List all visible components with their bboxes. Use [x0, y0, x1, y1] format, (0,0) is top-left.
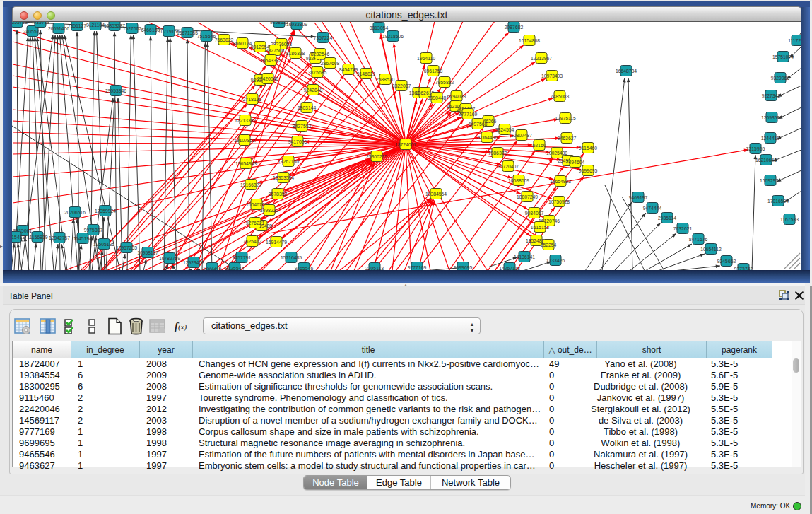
svg-text:16648784: 16648784 — [616, 69, 637, 74]
svg-text:9227342: 9227342 — [762, 93, 781, 98]
svg-text:7663822: 7663822 — [215, 37, 234, 42]
svg-text:19107852: 19107852 — [234, 138, 255, 143]
svg-text:7494604: 7494604 — [566, 160, 585, 165]
svg-text:7625402: 7625402 — [243, 239, 262, 244]
svg-text:8322037: 8322037 — [392, 83, 411, 88]
svg-text:7955812: 7955812 — [435, 80, 454, 85]
svg-text:3498222: 3498222 — [260, 208, 279, 213]
svg-text:1145194: 1145194 — [73, 236, 92, 241]
svg-text:7351127: 7351127 — [68, 23, 86, 28]
svg-text:8678352: 8678352 — [269, 192, 288, 197]
svg-text:13267130: 13267130 — [278, 159, 299, 164]
svg-text:20206516: 20206516 — [64, 210, 86, 215]
svg-text:1615152: 1615152 — [531, 225, 550, 230]
svg-text:9457791: 9457791 — [233, 255, 252, 260]
svg-text:9463627: 9463627 — [558, 136, 577, 141]
svg-text:7632621: 7632621 — [673, 226, 693, 231]
svg-text:10853287: 10853287 — [104, 23, 125, 28]
svg-text:6794028: 6794028 — [447, 94, 466, 99]
svg-text:10025438: 10025438 — [546, 151, 567, 156]
svg-text:10756928: 10756928 — [548, 199, 570, 204]
svg-text:10654112: 10654112 — [700, 247, 722, 252]
svg-text:9242848: 9242848 — [304, 88, 323, 93]
svg-text:19654923: 19654923 — [550, 179, 571, 184]
svg-text:7515546: 7515546 — [197, 34, 216, 39]
svg-text:9417006: 9417006 — [288, 139, 307, 144]
svg-text:12093582: 12093582 — [761, 115, 782, 120]
svg-text:14267118: 14267118 — [499, 266, 520, 271]
svg-text:8454749: 8454749 — [339, 67, 358, 72]
svg-text:25300215: 25300215 — [366, 154, 387, 159]
svg-text:7485083: 7485083 — [551, 94, 570, 99]
svg-text:16782759: 16782759 — [159, 256, 180, 261]
svg-text:12942757: 12942757 — [49, 235, 70, 240]
svg-text:11156819: 11156819 — [27, 235, 47, 240]
svg-text:16914479: 16914479 — [266, 240, 287, 245]
svg-text:9146821: 9146821 — [357, 71, 376, 76]
svg-text:3824554: 3824554 — [495, 127, 514, 132]
svg-text:8427552: 8427552 — [293, 124, 312, 129]
svg-text:7357224: 7357224 — [314, 35, 333, 40]
svg-text:15716485: 15716485 — [281, 255, 302, 260]
svg-text:9276221: 9276221 — [246, 221, 265, 226]
svg-text:10688609: 10688609 — [508, 178, 529, 183]
svg-text:9465546: 9465546 — [295, 266, 314, 271]
svg-text:2718126: 2718126 — [243, 97, 262, 102]
svg-text:9777169: 9777169 — [459, 112, 478, 117]
svg-text:9327508: 9327508 — [266, 48, 285, 53]
svg-text:1117233: 1117233 — [788, 38, 801, 43]
svg-text:22420046: 22420046 — [257, 76, 278, 81]
svg-text:16355713: 16355713 — [12, 22, 28, 25]
svg-text:1733426: 1733426 — [546, 258, 565, 263]
svg-text:2588520: 2588520 — [376, 77, 395, 82]
svg-text:1244419: 1244419 — [761, 136, 780, 141]
svg-text:9084067: 9084067 — [525, 211, 544, 216]
svg-text:62160: 62160 — [533, 143, 546, 148]
svg-text:2867608: 2867608 — [321, 61, 340, 66]
svg-text:9121104: 9121104 — [86, 23, 105, 28]
svg-text:9474444: 9474444 — [643, 206, 662, 211]
svg-text:12923468: 12923468 — [183, 260, 204, 265]
svg-text:9115460: 9115460 — [579, 146, 597, 151]
svg-text:20364436: 20364436 — [476, 135, 498, 140]
svg-text:1527602: 1527602 — [123, 26, 142, 31]
svg-text:15692971: 15692971 — [760, 178, 781, 183]
svg-text:9777169: 9777169 — [408, 265, 427, 270]
svg-text:6466160: 6466160 — [141, 28, 160, 33]
svg-text:3215955: 3215955 — [746, 146, 765, 151]
svg-text:252254: 252254 — [541, 243, 557, 247]
svg-text:19384554: 19384554 — [425, 192, 447, 197]
svg-text:17359924: 17359924 — [95, 209, 116, 214]
svg-text:9373742: 9373742 — [734, 267, 753, 271]
svg-text:19654943: 19654943 — [235, 161, 257, 166]
svg-text:10958117: 10958117 — [137, 250, 158, 255]
svg-text:1292346: 1292346 — [203, 266, 222, 271]
svg-text:8125544: 8125544 — [225, 266, 245, 271]
svg-text:16154808: 16154808 — [519, 38, 540, 43]
svg-text:12353594: 12353594 — [273, 175, 294, 180]
svg-text:6497568: 6497568 — [469, 122, 488, 127]
svg-text:2405571: 2405571 — [23, 29, 42, 34]
svg-text:14136141: 14136141 — [514, 255, 535, 259]
svg-text:9329966: 9329966 — [771, 76, 790, 81]
svg-text:8232546: 8232546 — [311, 52, 330, 57]
svg-text:9245652: 9245652 — [717, 259, 736, 264]
svg-text:9699695: 9699695 — [579, 168, 598, 173]
svg-text:12213967: 12213967 — [531, 56, 552, 61]
svg-text:19166827: 19166827 — [240, 182, 261, 187]
svg-text:4035718: 4035718 — [31, 22, 50, 25]
svg-text:16543382: 16543382 — [260, 58, 281, 63]
svg-text:8813054: 8813054 — [370, 25, 389, 30]
svg-text:12975115: 12975115 — [555, 116, 576, 121]
svg-text:18724007: 18724007 — [395, 142, 416, 147]
svg-text:8990448: 8990448 — [428, 95, 447, 100]
svg-text:29053346: 29053346 — [105, 88, 126, 93]
svg-text:3875685: 3875685 — [308, 70, 327, 75]
svg-text:10973493: 10973493 — [541, 74, 563, 78]
svg-text:9469197: 9469197 — [629, 195, 648, 200]
svg-text:1964110: 1964110 — [417, 56, 435, 61]
svg-text:7986372: 7986372 — [488, 151, 507, 156]
svg-text:9975887: 9975887 — [84, 228, 103, 233]
svg-text:8186328: 8186328 — [286, 51, 305, 56]
svg-text:9699695: 9699695 — [454, 265, 473, 270]
